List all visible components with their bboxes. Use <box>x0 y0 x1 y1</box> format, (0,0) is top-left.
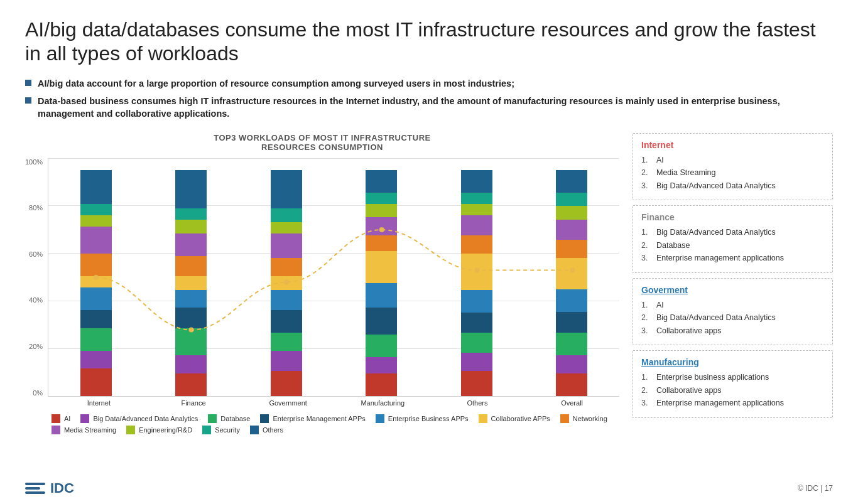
logo-line-2 <box>25 487 40 490</box>
bar-segment-4-5 <box>461 254 492 290</box>
bullet-item-2: Data-based business consumes high IT inf… <box>25 95 833 121</box>
legend-color-box <box>376 414 384 423</box>
panel-list-internet: 1.AI2.Media Streaming3.Big Data/Advanced… <box>641 155 823 192</box>
legend-label: Big Data/Advanced Data Analytics <box>93 415 198 422</box>
legend: AIBig Data/Advanced Data AnalyticsDataba… <box>52 414 619 434</box>
bar-finance <box>175 170 207 396</box>
panel-finance: Finance1.Big Data/Advanced Data Analytic… <box>632 205 833 273</box>
panel-list-item: 1.AI <box>641 300 823 311</box>
idc-logo-icon <box>25 483 45 494</box>
bar-col-others <box>455 158 499 396</box>
x-label-manufacturing: Manufacturing <box>361 399 405 407</box>
bar-segment-2-4 <box>271 290 302 310</box>
legend-item-database: Database <box>208 414 250 423</box>
panel-list-item: 3.Enterprise management applications <box>641 253 823 264</box>
bar-segment-1-5 <box>175 276 207 290</box>
bar-segment-1-8 <box>175 220 207 233</box>
bar-col-internet <box>74 158 118 396</box>
legend-label: Collaborative APPs <box>491 415 550 422</box>
bar-segment-1-7 <box>175 233 207 256</box>
bar-segment-0-10 <box>80 170 112 204</box>
bar-segment-2-9 <box>271 208 302 222</box>
bar-segment-0-9 <box>80 204 112 215</box>
bar-segment-3-7 <box>366 217 397 235</box>
bar-segment-4-1 <box>461 353 492 371</box>
bar-segment-4-2 <box>461 333 492 353</box>
panel-government: Goverment1.AI2.Big Data/Advanced Data An… <box>632 278 833 346</box>
bar-segment-5-9 <box>556 193 587 206</box>
bar-segment-1-3 <box>175 308 207 328</box>
idc-logo: IDC <box>25 480 74 496</box>
bar-segment-2-3 <box>271 310 302 333</box>
bar-segment-5-1 <box>556 355 587 373</box>
bar-col-overall <box>550 158 594 396</box>
bar-segment-5-4 <box>556 289 587 312</box>
bar-segment-3-1 <box>366 357 397 373</box>
footer: IDC © IDC | 17 <box>0 480 858 496</box>
legend-color-box <box>250 426 259 434</box>
panel-internet: Internet1.AI2.Media Streaming3.Big Data/… <box>632 133 833 201</box>
bullet-text-2: Data-based business consumes high IT inf… <box>38 95 833 121</box>
legend-label: Engineering/R&D <box>139 426 192 434</box>
bar-segment-5-10 <box>556 170 587 193</box>
bar-overall <box>556 170 587 396</box>
legend-item-media_streaming: Media Streaming <box>52 426 116 434</box>
bar-segment-2-7 <box>271 233 302 259</box>
panel-list-item: 3.Enterprise management applications <box>641 398 823 409</box>
bar-segment-3-6 <box>366 235 397 251</box>
bar-segment-2-10 <box>271 170 302 208</box>
panel-list-item: 2.Database <box>641 240 823 252</box>
bars-area <box>48 158 619 397</box>
legend-item-enterprise_business_apps: Enterprise Business APPs <box>376 414 469 423</box>
bar-segment-2-5 <box>271 276 302 290</box>
panel-list-finance: 1.Big Data/Advanced Data Analytics2.Data… <box>641 227 823 264</box>
legend-label: Networking <box>573 415 607 422</box>
legend-label: Media Streaming <box>64 426 116 434</box>
legend-label: Security <box>215 426 240 434</box>
legend-item-collaborative_apps: Collaborative APPs <box>479 414 550 423</box>
legend-label: Enterprise Management APPs <box>273 415 365 422</box>
y-label-80: 80% <box>29 204 43 212</box>
panel-list-item: 1.AI <box>641 155 823 166</box>
x-label-finance: Finance <box>171 399 215 407</box>
bar-segment-1-6 <box>175 256 207 276</box>
bar-segment-4-3 <box>461 313 492 333</box>
panel-list-item: 2.Collaborative apps <box>641 385 823 397</box>
bar-segment-1-9 <box>175 208 207 220</box>
bar-segment-1-1 <box>175 355 207 373</box>
bar-segment-0-8 <box>80 215 112 227</box>
legend-color-box <box>202 426 211 434</box>
bar-segment-3-2 <box>366 335 397 357</box>
bar-segment-5-6 <box>556 240 587 258</box>
bar-segment-4-7 <box>461 215 492 235</box>
bar-segment-0-2 <box>80 328 112 351</box>
legend-item-networking: Networking <box>560 414 607 423</box>
bar-others <box>461 170 492 396</box>
legend-item-big_data_advanced_data_analytics: Big Data/Advanced Data Analytics <box>80 414 198 423</box>
bars-group <box>48 158 619 396</box>
logo-line-3 <box>25 491 45 494</box>
legend-item-engineering_r_d: Engineering/R&D <box>126 426 192 434</box>
x-label-government: Government <box>266 399 310 407</box>
legend-label: Database <box>220 415 250 422</box>
panel-title-internet: Internet <box>641 140 823 150</box>
y-axis: 100% 80% 60% 40% 20% 0% <box>25 158 48 397</box>
bar-segment-3-10 <box>366 170 397 193</box>
y-label-100: 100% <box>25 158 43 166</box>
panel-list-manufacturing: 1.Enterprise business applications2.Coll… <box>641 372 823 409</box>
logo-line-1 <box>25 483 45 485</box>
bar-segment-0-6 <box>80 254 112 276</box>
footer-right: © IDC | 17 <box>798 484 833 493</box>
y-label-60: 60% <box>29 250 43 258</box>
bar-col-government <box>264 158 308 396</box>
bar-government <box>271 170 302 396</box>
bar-segment-2-8 <box>271 222 302 233</box>
bar-segment-3-0 <box>366 373 397 396</box>
bar-segment-5-8 <box>556 206 587 220</box>
idc-logo-text: IDC <box>50 480 74 496</box>
panel-manufacturing: Manufacuring1.Enterprise business applic… <box>632 350 833 418</box>
main-content: TOP3 WORKLOADS OF MOST IT INFRASTRUCTURE… <box>25 133 833 434</box>
bar-segment-3-3 <box>366 308 397 335</box>
legend-label: AI <box>64 415 70 422</box>
legend-color-box <box>80 414 89 423</box>
